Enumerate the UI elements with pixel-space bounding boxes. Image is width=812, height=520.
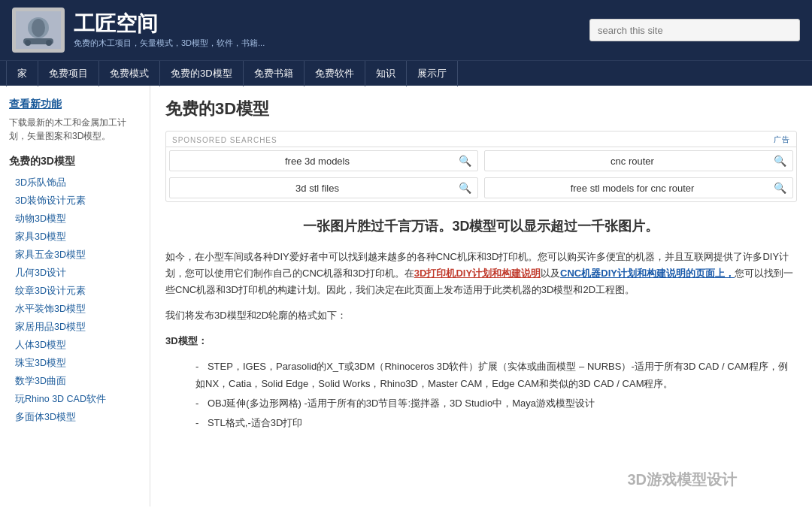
sponsored-item-text-0: free 3d models (176, 156, 459, 167)
article-para1: 如今，在小型车间或各种DIY爱好者中可以找到越来越多的各种CNC机床和3D打印机… (165, 249, 797, 298)
search-icon-0[interactable]: 🔍 (459, 155, 471, 167)
formats-title: 3D模型： (165, 333, 797, 349)
nav-item-home[interactable]: 家 (6, 61, 38, 86)
para1-mid: 以及 (541, 268, 560, 279)
article-para2: 我们将发布3D模型和2D轮廓的格式如下： (165, 307, 797, 324)
sidebar-link-band[interactable]: 3D乐队饰品 (9, 174, 141, 192)
search-icon-2[interactable]: 🔍 (459, 182, 471, 194)
sponsored-item-3[interactable]: free stl models for cnc router 🔍 (484, 177, 793, 198)
header: 工匠空间 免费的木工项目，矢量模式，3D模型，软件，书籍... (0, 0, 812, 60)
navigation-bar: 家 免费项目 免费模式 免费的3D模型 免费书籍 免费软件 知识 展示厅 (0, 60, 812, 86)
logo-area: 工匠空间 免费的木工项目，矢量模式，3D模型，软件，书籍... (12, 8, 589, 53)
sponsored-header: SPONSORED SEARCHES 广告 (166, 132, 796, 147)
ad-label[interactable]: 广告 (774, 135, 790, 145)
main-container: 查看新功能 下载最新的木工和金属加工计划，矢量图案和3D模型。 免费的3D模型 … (0, 86, 812, 506)
logo-text: 工匠空间 免费的木工项目，矢量模式，3D模型，软件，书籍... (74, 11, 265, 50)
nav-item-free-software[interactable]: 免费软件 (304, 61, 365, 86)
sponsored-label: SPONSORED SEARCHES (172, 136, 277, 144)
content-area: 免费的3D模型 SPONSORED SEARCHES 广告 free 3d mo… (150, 86, 812, 506)
sidebar: 查看新功能 下载最新的木工和金属加工计划，矢量图案和3D模型。 免费的3D模型 … (0, 86, 150, 506)
sidebar-feature-desc: 下载最新的木工和金属加工计划，矢量图案和3D模型。 (9, 116, 141, 143)
sponsored-searches-section: SPONSORED SEARCHES 广告 free 3d models 🔍 c… (165, 131, 797, 202)
format-item-1: OBJ延伸(多边形网格) -适用于所有的3D节目等:搅拌器，3D Studio中… (195, 395, 797, 412)
sidebar-link-decor[interactable]: 3D装饰设计元素 (9, 192, 141, 210)
nav-item-knowledge[interactable]: 知识 (365, 61, 407, 86)
sidebar-link-polyhedra[interactable]: 多面体3D模型 (9, 409, 141, 426)
logo-image (12, 8, 65, 53)
article-body: 如今，在小型车间或各种DIY爱好者中可以找到越来越多的各种CNC机床和3D打印机… (165, 249, 797, 431)
nav-item-free-3d-models[interactable]: 免费的3D模型 (160, 61, 244, 86)
sidebar-link-human[interactable]: 人体3D模型 (9, 337, 141, 354)
sidebar-link-hardware[interactable]: 家具五金3D模型 (9, 246, 141, 264)
sidebar-link-horizontal[interactable]: 水平装饰3D模型 (9, 301, 141, 318)
sidebar-link-jewelry[interactable]: 珠宝3D模型 (9, 355, 141, 372)
page-title: 免费的3D模型 (165, 98, 797, 120)
nav-item-free-modes[interactable]: 免费模式 (99, 61, 160, 86)
nav-item-free-books[interactable]: 免费书籍 (244, 61, 304, 86)
sidebar-section-heading: 免费的3D模型 (9, 155, 141, 168)
sponsored-item-text-3: free stl models for cnc router (491, 183, 774, 194)
sponsored-item-1[interactable]: cnc router 🔍 (484, 150, 793, 171)
para1-link2[interactable]: CNC机器DIY计划和构建说明的页面上， (560, 268, 735, 279)
format-list: STEP，IGES，Parasolid的X_T或3DM（Rhinoceros 3… (195, 358, 797, 431)
sponsored-item-text-2: 3d stl files (176, 183, 459, 194)
sidebar-link-heraldry[interactable]: 纹章3D设计元素 (9, 283, 141, 300)
nav-item-free-projects[interactable]: 免费项目 (38, 61, 99, 86)
search-input[interactable] (589, 19, 800, 41)
search-icon-3[interactable]: 🔍 (774, 182, 786, 194)
sponsored-grid: free 3d models 🔍 cnc router 🔍 3d stl fil… (166, 147, 796, 201)
site-subtitle: 免费的木工项目，矢量模式，3D模型，软件，书籍... (74, 38, 265, 49)
sidebar-feature-title[interactable]: 查看新功能 (9, 98, 141, 111)
sidebar-link-math[interactable]: 数学3D曲面 (9, 373, 141, 390)
sponsored-item-text-1: cnc router (491, 156, 774, 167)
format-item-2: STL格式,-适合3D打印 (195, 415, 797, 431)
format-item-0: STEP，IGES，Parasolid的X_T或3DM（Rhinoceros 3… (195, 358, 797, 392)
site-title: 工匠空间 (74, 11, 265, 37)
nav-item-gallery[interactable]: 展示厅 (407, 61, 458, 86)
article-tagline: 一张图片胜过千言万语。3D模型可以显示超过一千张图片。 (165, 217, 797, 235)
sidebar-link-rhino[interactable]: 玩Rhino 3D CAD软件 (9, 391, 141, 408)
para1-link1[interactable]: 3D打印机DIY计划和构建说明 (414, 268, 541, 279)
sidebar-link-furniture[interactable]: 家具3D模型 (9, 228, 141, 246)
search-area (589, 19, 800, 41)
sidebar-link-geo[interactable]: 几何3D设计 (9, 265, 141, 282)
sidebar-link-household[interactable]: 家居用品3D模型 (9, 319, 141, 336)
svg-point-5 (46, 40, 52, 46)
sponsored-item-2[interactable]: 3d stl files 🔍 (169, 177, 478, 198)
sidebar-link-animal[interactable]: 动物3D模型 (9, 210, 141, 228)
svg-point-2 (32, 19, 45, 37)
svg-point-4 (25, 40, 31, 46)
sponsored-item-0[interactable]: free 3d models 🔍 (169, 150, 478, 171)
search-icon-1[interactable]: 🔍 (774, 155, 786, 167)
